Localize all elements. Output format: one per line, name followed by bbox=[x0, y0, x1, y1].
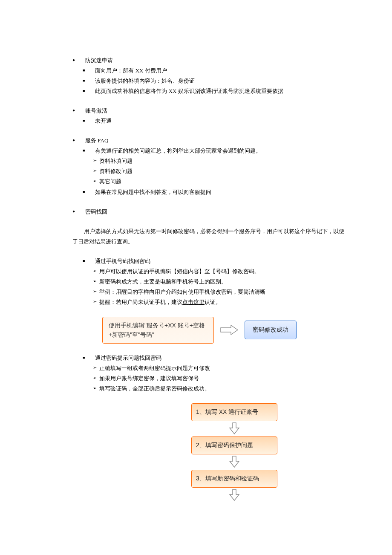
sub-item: 资料修改问题 bbox=[99, 166, 133, 176]
flow-step-3: 3、填写新密码和验证码 bbox=[191, 470, 277, 488]
bullet-icon: ● bbox=[72, 106, 75, 115]
section-title: 防沉迷申请 bbox=[85, 55, 113, 66]
triangle-icon: ➢ bbox=[93, 363, 97, 372]
flow-step-1: 1、填写 XX 通行证账号 bbox=[191, 403, 277, 421]
sub-item: 如果用户账号绑定密保，建议填写密保号 bbox=[99, 373, 199, 384]
section-account-activation: ●账号激活 ■未开通 bbox=[72, 106, 345, 126]
tip-text: 提醒：若用户尚未认证手机，建议点击这里认证。 bbox=[99, 297, 221, 307]
triangle-icon: ➢ bbox=[93, 166, 97, 175]
flow-step-2: 2、填写密码保护问题 bbox=[191, 436, 277, 454]
bullet-icon: ● bbox=[72, 55, 75, 65]
triangle-icon: ➢ bbox=[93, 287, 97, 295]
square-icon: ■ bbox=[83, 86, 85, 96]
document-page: ●防沉迷申请 ■面向用户：所有 XX 付费用户 ■该服务提供的补填内容为：姓名、… bbox=[0, 0, 392, 529]
list-item: 面向用户：所有 XX 付费用户 bbox=[95, 66, 167, 76]
method-question: ■通过密码提示问题找回密码 ➢正确填写一组或者两组密码提示问题方可修改 ➢如果用… bbox=[72, 353, 345, 394]
sub-item: 正确填写一组或者两组密码提示问题方可修改 bbox=[99, 363, 210, 373]
list-item: 此页面成功补填的信息将作为 XX 娱乐识别该通行证账号防沉迷系统重要依据 bbox=[95, 86, 283, 96]
list-item: 未开通 bbox=[95, 116, 112, 126]
flow-horizontal: 使用手机编辑"服务号+XX 账号+空格+新密码"至"号码" 密码修改成功 bbox=[102, 317, 345, 344]
list-item: 该服务提供的补填内容为：姓名、身份证 bbox=[95, 76, 195, 86]
triangle-icon: ➢ bbox=[93, 176, 97, 185]
paragraph: 用户选择的方式如果无法再第一时间修改密码，必将会得到一个服务序号，用户可以将这个… bbox=[72, 226, 345, 247]
triangle-icon: ➢ bbox=[93, 384, 97, 392]
tip-link[interactable]: 点击这里 bbox=[182, 299, 205, 305]
sub-item: 新密码构成方式，主要是电脑和手机符号上的区别。 bbox=[99, 277, 227, 287]
sub-item: 填写验证码，全部正确后提示密码修改成功。 bbox=[99, 384, 210, 394]
section-title: 服务 FAQ bbox=[85, 136, 108, 146]
arrow-down-icon bbox=[229, 489, 240, 501]
sub-item: 其它问题 bbox=[99, 176, 121, 187]
triangle-icon: ➢ bbox=[93, 266, 97, 275]
square-icon: ■ bbox=[83, 116, 85, 126]
triangle-icon: ➢ bbox=[93, 277, 97, 285]
arrow-down-icon bbox=[229, 455, 240, 468]
section-faq: ●服务 FAQ ■有关通行证的相关问题汇总，将列举出大部分玩家常会遇到的问题。 … bbox=[72, 136, 345, 197]
section-title: 密码找回 bbox=[85, 207, 107, 217]
tip-prefix: 提醒：若用户尚未认证手机，建议 bbox=[99, 299, 182, 305]
sub-item: 资料补填问题 bbox=[99, 156, 133, 166]
list-item: 有关通行证的相关问题汇总，将列举出大部分玩家常会遇到的问题。 bbox=[95, 146, 261, 156]
method-title: 通过手机号码找回密码 bbox=[95, 256, 150, 266]
flow-box-instruction: 使用手机编辑"服务号+XX 账号+空格+新密码"至"号码" bbox=[102, 317, 214, 344]
arrow-down-icon bbox=[229, 422, 240, 435]
square-icon: ■ bbox=[83, 256, 85, 266]
triangle-icon: ➢ bbox=[93, 373, 97, 382]
square-icon: ■ bbox=[83, 146, 85, 156]
method-title: 通过密码提示问题找回密码 bbox=[95, 353, 161, 363]
section-title: 账号激活 bbox=[85, 106, 107, 116]
section-anti-addiction: ●防沉迷申请 ■面向用户：所有 XX 付费用户 ■该服务提供的补填内容为：姓名、… bbox=[72, 55, 345, 96]
arrow-right-icon bbox=[220, 324, 239, 335]
method-phone: ■通过手机号码找回密码 ➢用户可以使用认证的手机编辑【短信内容】至【号码】修改密… bbox=[72, 256, 345, 307]
bullet-icon: ● bbox=[72, 207, 75, 216]
square-icon: ■ bbox=[83, 187, 85, 197]
triangle-icon: ➢ bbox=[93, 297, 97, 306]
square-icon: ■ bbox=[83, 66, 85, 75]
bullet-icon: ● bbox=[72, 136, 75, 145]
square-icon: ■ bbox=[83, 76, 85, 86]
sub-item: 用户可以使用认证的手机编辑【短信内容】至【号码】修改密码。 bbox=[99, 266, 260, 277]
section-password-recovery: ●密码找回 bbox=[72, 207, 345, 217]
flow-vertical: 1、填写 XX 通行证账号 2、填写密码保护问题 3、填写新密码和验证码 bbox=[124, 403, 345, 503]
sub-item: 举例：用醒目的字样向用户介绍如何使用手机修改密码，要简洁清晰 bbox=[99, 287, 265, 297]
list-item: 如果在常见问题中找不到答案，可以向客服提问 bbox=[95, 187, 211, 197]
square-icon: ■ bbox=[83, 353, 85, 363]
flow-box-success: 密码修改成功 bbox=[245, 321, 297, 339]
tip-suffix: 认证。 bbox=[205, 299, 221, 305]
triangle-icon: ➢ bbox=[93, 156, 97, 165]
